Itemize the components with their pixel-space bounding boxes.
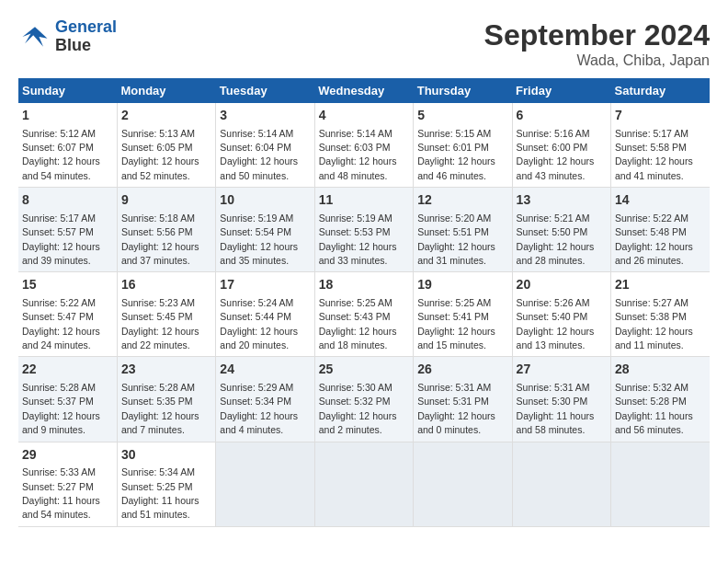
calendar-cell: 16Sunrise: 5:23 AMSunset: 5:45 PMDayligh… bbox=[117, 272, 215, 357]
calendar-cell: 17Sunrise: 5:24 AMSunset: 5:44 PMDayligh… bbox=[216, 272, 314, 357]
calendar-week-row: 8Sunrise: 5:17 AMSunset: 5:57 PMDaylight… bbox=[18, 188, 710, 272]
calendar-cell: 25Sunrise: 5:30 AMSunset: 5:32 PMDayligh… bbox=[314, 357, 413, 442]
calendar-cell bbox=[414, 442, 512, 526]
calendar-cell: 14Sunrise: 5:22 AMSunset: 5:48 PMDayligh… bbox=[611, 188, 710, 272]
calendar-cell: 21Sunrise: 5:27 AMSunset: 5:38 PMDayligh… bbox=[611, 272, 710, 357]
calendar-day-header: Sunday bbox=[18, 78, 117, 103]
calendar-cell: 28Sunrise: 5:32 AMSunset: 5:28 PMDayligh… bbox=[611, 357, 710, 442]
calendar-cell: 2Sunrise: 5:13 AMSunset: 6:05 PMDaylight… bbox=[117, 103, 215, 188]
calendar-cell: 5Sunrise: 5:15 AMSunset: 6:01 PMDaylight… bbox=[414, 103, 512, 188]
calendar-cell: 30Sunrise: 5:34 AMSunset: 5:25 PMDayligh… bbox=[117, 442, 215, 526]
calendar-cell: 11Sunrise: 5:19 AMSunset: 5:53 PMDayligh… bbox=[314, 188, 413, 272]
calendar-cell: 26Sunrise: 5:31 AMSunset: 5:31 PMDayligh… bbox=[414, 357, 512, 442]
calendar-cell: 19Sunrise: 5:25 AMSunset: 5:41 PMDayligh… bbox=[414, 272, 512, 357]
calendar-cell bbox=[512, 442, 610, 526]
logo: General Blue bbox=[18, 18, 117, 55]
calendar-day-header: Tuesday bbox=[216, 78, 314, 103]
calendar-cell: 22Sunrise: 5:28 AMSunset: 5:37 PMDayligh… bbox=[18, 357, 117, 442]
calendar-cell bbox=[216, 442, 314, 526]
calendar-week-row: 22Sunrise: 5:28 AMSunset: 5:37 PMDayligh… bbox=[18, 357, 710, 442]
calendar-day-header: Thursday bbox=[414, 78, 512, 103]
page-title: September 2024 bbox=[484, 18, 710, 52]
calendar-cell: 4Sunrise: 5:14 AMSunset: 6:03 PMDaylight… bbox=[314, 103, 413, 188]
calendar-cell: 13Sunrise: 5:21 AMSunset: 5:50 PMDayligh… bbox=[512, 188, 610, 272]
calendar-week-row: 29Sunrise: 5:33 AMSunset: 5:27 PMDayligh… bbox=[18, 442, 710, 526]
calendar-week-row: 1Sunrise: 5:12 AMSunset: 6:07 PMDaylight… bbox=[18, 103, 710, 188]
title-block: September 2024 Wada, Chiba, Japan bbox=[484, 18, 710, 69]
logo-icon bbox=[18, 20, 51, 53]
calendar-cell: 18Sunrise: 5:25 AMSunset: 5:43 PMDayligh… bbox=[314, 272, 413, 357]
calendar-cell: 12Sunrise: 5:20 AMSunset: 5:51 PMDayligh… bbox=[414, 188, 512, 272]
calendar-cell bbox=[314, 442, 413, 526]
svg-marker-0 bbox=[23, 27, 48, 47]
calendar-cell: 7Sunrise: 5:17 AMSunset: 5:58 PMDaylight… bbox=[611, 103, 710, 188]
page-subtitle: Wada, Chiba, Japan bbox=[484, 52, 710, 69]
calendar-cell bbox=[611, 442, 710, 526]
calendar-cell: 20Sunrise: 5:26 AMSunset: 5:40 PMDayligh… bbox=[512, 272, 610, 357]
page-header: General Blue September 2024 Wada, Chiba,… bbox=[18, 18, 710, 69]
calendar-cell: 1Sunrise: 5:12 AMSunset: 6:07 PMDaylight… bbox=[18, 103, 117, 188]
calendar-cell: 27Sunrise: 5:31 AMSunset: 5:30 PMDayligh… bbox=[512, 357, 610, 442]
calendar-cell: 10Sunrise: 5:19 AMSunset: 5:54 PMDayligh… bbox=[216, 188, 314, 272]
calendar-cell: 9Sunrise: 5:18 AMSunset: 5:56 PMDaylight… bbox=[117, 188, 215, 272]
calendar-cell: 23Sunrise: 5:28 AMSunset: 5:35 PMDayligh… bbox=[117, 357, 215, 442]
calendar-week-row: 15Sunrise: 5:22 AMSunset: 5:47 PMDayligh… bbox=[18, 272, 710, 357]
calendar-day-header: Wednesday bbox=[314, 78, 413, 103]
logo-text: General Blue bbox=[55, 18, 117, 55]
calendar-table: SundayMondayTuesdayWednesdayThursdayFrid… bbox=[18, 78, 710, 527]
calendar-cell: 24Sunrise: 5:29 AMSunset: 5:34 PMDayligh… bbox=[216, 357, 314, 442]
calendar-cell: 15Sunrise: 5:22 AMSunset: 5:47 PMDayligh… bbox=[18, 272, 117, 357]
calendar-header-row: SundayMondayTuesdayWednesdayThursdayFrid… bbox=[18, 78, 710, 103]
calendar-cell: 8Sunrise: 5:17 AMSunset: 5:57 PMDaylight… bbox=[18, 188, 117, 272]
calendar-day-header: Friday bbox=[512, 78, 610, 103]
calendar-cell: 29Sunrise: 5:33 AMSunset: 5:27 PMDayligh… bbox=[18, 442, 117, 526]
calendar-cell: 6Sunrise: 5:16 AMSunset: 6:00 PMDaylight… bbox=[512, 103, 610, 188]
calendar-day-header: Monday bbox=[117, 78, 215, 103]
calendar-cell: 3Sunrise: 5:14 AMSunset: 6:04 PMDaylight… bbox=[216, 103, 314, 188]
calendar-day-header: Saturday bbox=[611, 78, 710, 103]
